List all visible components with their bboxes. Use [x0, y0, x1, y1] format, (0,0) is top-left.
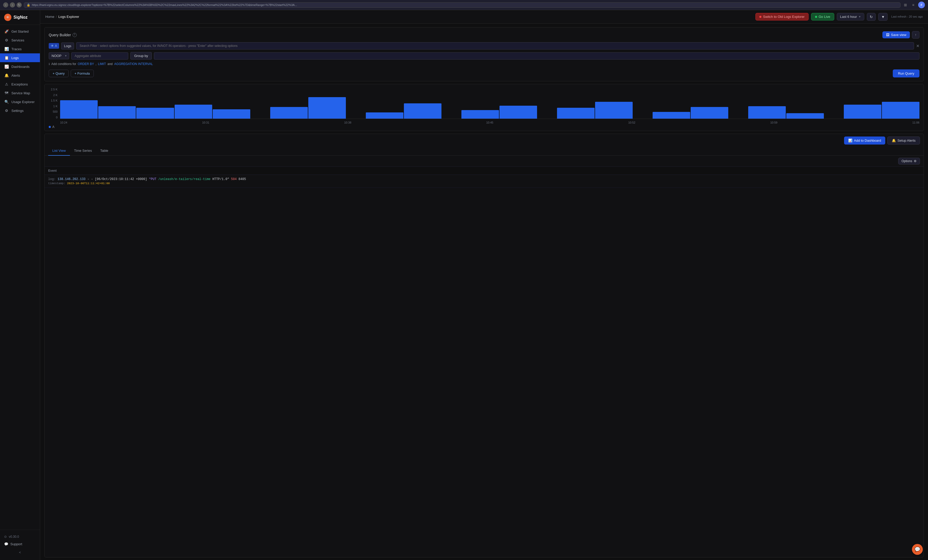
options-label: Options — [902, 159, 912, 163]
order-by-link[interactable]: ORDER BY — [78, 62, 94, 66]
sidebar-item-dashboards[interactable]: 📈 Dashboards — [0, 62, 40, 71]
sidebar-item-usage-explorer[interactable]: 🔍 Usage Explorer — [0, 98, 40, 106]
chat-support-button[interactable]: 💬 — [912, 544, 923, 555]
browser-forward-button[interactable]: › — [10, 2, 15, 8]
setup-alerts-button[interactable]: 🔔 Setup Alerts — [887, 136, 920, 145]
go-live-button[interactable]: Go Live — [811, 13, 834, 20]
sidebar-item-get-started[interactable]: 🚀 Get Started — [0, 27, 40, 36]
sidebar-item-alerts[interactable]: 🔔 Alerts — [0, 71, 40, 80]
y-label-1: 2 K — [49, 93, 58, 97]
sidebar-item-services[interactable]: ⚙ Services — [0, 36, 40, 44]
browser-user-avatar[interactable]: F — [918, 2, 925, 8]
sidebar-item-traces[interactable]: 📊 Traces — [0, 44, 40, 53]
time-series-tab-label: Time Series — [74, 149, 92, 153]
search-filter-input[interactable] — [76, 42, 914, 49]
switch-old-logs-button[interactable]: Switch to Old Logs Explorer — [756, 13, 808, 20]
chart-bar — [404, 103, 441, 119]
browser-chrome: ‹ › ↻ 🔒 https://hwnl-egnu.eu.signoz.clou… — [0, 0, 928, 10]
time-range-expand-button[interactable]: ▼ — [878, 13, 888, 21]
refresh-button[interactable]: ↻ — [867, 13, 876, 21]
browser-refresh-button[interactable]: ↻ — [17, 2, 22, 8]
query-builder-label: Query Builder — [49, 33, 71, 37]
noop-dropdown[interactable]: NOOP — [49, 52, 69, 60]
add-to-dashboard-label: Add to Dashboard — [854, 139, 881, 142]
services-icon: ⚙ — [4, 38, 9, 42]
run-query-button[interactable]: Run Query — [893, 69, 919, 78]
breadcrumb-current: Logs Explorer — [58, 15, 79, 19]
log-size: 8405 — [239, 177, 246, 181]
tab-list-view[interactable]: List View — [48, 146, 70, 156]
sidebar-item-service-map[interactable]: 🗺 Service Map — [0, 89, 40, 98]
app-logo: 👁 SigNoz — [0, 10, 40, 25]
settings-icon[interactable]: ≡ — [910, 2, 916, 8]
chart-panel: 2.5 K 2 K 1.5 K 1 K 500 0 10:24 10:31 10… — [44, 84, 924, 131]
add-to-dashboard-button[interactable]: 📊 Add to Dashboard — [844, 136, 885, 145]
event-item[interactable]: log: 138.146.202.133 - - [06/Oct/2023:10… — [44, 175, 923, 188]
chart-bar — [366, 113, 403, 119]
help-icon[interactable]: ? — [73, 33, 77, 37]
aggregation-interval-link[interactable]: AGGREGATION INTERVAL — [114, 62, 153, 66]
chart-bar — [557, 108, 595, 119]
event-column-header: Event — [48, 169, 57, 172]
version-text: v0.30.0 — [9, 535, 19, 539]
add-formula-button[interactable]: + Formula — [71, 70, 94, 77]
tab-table[interactable]: Table — [96, 146, 113, 156]
sidebar-item-exceptions[interactable]: ⚠ Exceptions — [0, 80, 40, 89]
extensions-icon[interactable]: ⊞ — [903, 2, 908, 8]
tab-time-series[interactable]: Time Series — [70, 146, 96, 156]
time-range-selector[interactable]: Last 6 hour ▼ — [837, 13, 864, 20]
url-text: https://hwnl-egnu.eu.signoz.cloud/logs-e… — [32, 3, 297, 6]
chart-bar — [270, 107, 308, 119]
time-range-value: Last 6 hour — [840, 15, 857, 19]
chart-bar — [595, 102, 633, 119]
browser-toolbar: ⊞ ≡ F — [903, 2, 925, 8]
event-timestamp: timestamp: 2023-10-06T11:11:42+01:00 — [48, 182, 920, 185]
get-started-icon: 🚀 — [4, 29, 9, 34]
save-view-button[interactable]: 🖼 Save view — [882, 31, 910, 38]
panel-title: Query Builder ? — [49, 33, 77, 37]
query-row: 👁 A Logs ✕ — [49, 42, 919, 49]
group-by-button[interactable]: Group by — [130, 52, 152, 60]
chart-bar — [691, 107, 728, 119]
address-bar[interactable]: 🔒 https://hwnl-egnu.eu.signoz.cloud/logs… — [24, 2, 901, 8]
chart-bars — [60, 88, 919, 119]
add-query-button[interactable]: + Query — [49, 70, 69, 77]
traces-icon: 📊 — [4, 47, 9, 51]
browser-back-button[interactable]: ‹ — [3, 2, 8, 8]
service-map-icon: 🗺 — [4, 91, 9, 95]
panel-header: Query Builder ? 🖼 Save view ↑ — [49, 31, 919, 38]
bottom-panel: 📊 Add to Dashboard 🔔 Setup Alerts List V… — [44, 134, 924, 557]
clear-search-button[interactable]: ✕ — [916, 44, 919, 49]
group-by-input[interactable] — [154, 52, 919, 60]
view-tabs: List View Time Series Table — [44, 146, 923, 156]
sidebar-collapse-button[interactable]: < — [0, 548, 40, 557]
query-builder-panel: Query Builder ? 🖼 Save view ↑ — [44, 27, 924, 81]
options-button[interactable]: Options ⚙ — [898, 158, 920, 165]
y-label-3: 1 K — [49, 105, 58, 108]
exceptions-icon: ⚠ — [4, 82, 9, 86]
limit-link[interactable]: LIMIT — [98, 62, 106, 66]
chat-icon: 💬 — [914, 546, 920, 552]
eye-icon: 👁 — [51, 44, 54, 48]
sidebar-item-logs[interactable]: 📋 Logs — [0, 53, 40, 62]
y-label-5: 0 — [49, 116, 58, 119]
and-text: and — [107, 62, 113, 66]
breadcrumb-home-link[interactable]: Home — [45, 15, 54, 19]
log-date: [06/Oct/2023:10:11:42 +0000] — [95, 177, 147, 181]
query-source-select[interactable]: Logs — [61, 43, 74, 49]
close-icon: ✕ — [916, 44, 919, 49]
sidebar-item-label: Exceptions — [11, 82, 28, 86]
aggregate-row: NOOP ▼ Group by — [49, 52, 919, 60]
support-link[interactable]: 💬 Support — [0, 540, 40, 548]
bottom-actions: 📊 Add to Dashboard 🔔 Setup Alerts — [44, 134, 923, 146]
log-method: "PUT — [149, 177, 156, 181]
aggregate-attribute-input[interactable] — [71, 52, 128, 60]
chart-bar — [213, 109, 250, 119]
query-letter: A — [55, 44, 57, 48]
sidebar-item-label: Settings — [11, 109, 24, 113]
sidebar-item-settings[interactable]: ⚙ Settings — [0, 106, 40, 115]
share-button[interactable]: ↑ — [912, 31, 919, 38]
y-label-2: 1.5 K — [49, 99, 58, 102]
red-dot-icon — [759, 16, 762, 18]
share-icon: ↑ — [915, 33, 917, 37]
